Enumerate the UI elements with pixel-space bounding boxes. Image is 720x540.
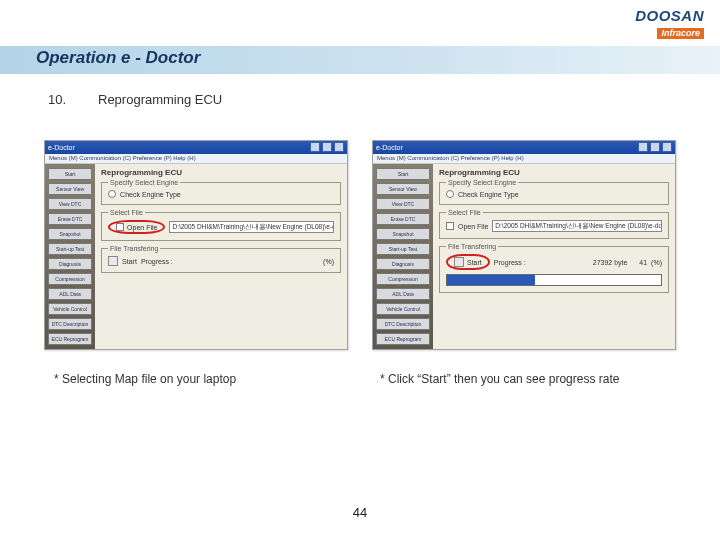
brand-subname: Infracore (657, 28, 704, 39)
sidebar-item[interactable]: DTC Description (48, 318, 92, 330)
file-path-field[interactable]: D:\2005 DHI&M\Training\신내용\New Engine (D… (169, 221, 334, 233)
file-transfer-legend: File Transfering (108, 245, 160, 252)
engine-select-legend: Specify Select Engine (108, 179, 180, 186)
sidebar-item[interactable]: Snapshot (376, 228, 430, 240)
open-file-icon[interactable] (446, 222, 454, 230)
select-file-group: Select File Open File D:\2005 DHI&M\Trai… (101, 209, 341, 241)
percent-unit: (%) (651, 259, 662, 266)
file-transfer-legend: File Transfering (446, 243, 498, 250)
brand-logo: DOOSAN Infracore (635, 8, 704, 39)
section-heading: Reprogramming ECU (98, 92, 222, 107)
sidebar: Start Sensor View View DTC Erase DTC Sna… (45, 164, 95, 349)
start-highlight: Start (446, 254, 490, 270)
panel-heading: Reprogramming ECU (439, 168, 669, 177)
caption-left: * Selecting Map file on your laptop (54, 372, 236, 386)
sidebar-item[interactable]: View DTC (48, 198, 92, 210)
media-player-icon (108, 256, 118, 266)
sidebar-item[interactable]: Start-up Test (376, 243, 430, 255)
progress-label: Progress : (141, 258, 173, 265)
engine-select-group: Specify Select Engine Check Engine Type (101, 179, 341, 205)
progress-bar (446, 274, 662, 286)
sidebar-item[interactable]: Diagnosis (48, 258, 92, 270)
screenshot-right: e-Doctor Menus (M) Communication (C) Pre… (372, 140, 676, 350)
window-titlebar: e-Doctor (373, 141, 675, 154)
engine-select-legend: Specify Select Engine (446, 179, 518, 186)
sidebar-item[interactable]: DTC Description (376, 318, 430, 330)
window-titlebar: e-Doctor (45, 141, 347, 154)
engine-type-radio[interactable] (446, 190, 454, 198)
sidebar-item[interactable]: Vehicle Control (376, 303, 430, 315)
open-file-label[interactable]: Open File (458, 223, 488, 230)
sidebar-item[interactable]: ECU Reprogram (376, 333, 430, 345)
sidebar-item[interactable]: ECU Reprogram (48, 333, 92, 345)
sidebar-item[interactable]: Vehicle Control (48, 303, 92, 315)
window-title-text: e-Doctor (48, 144, 75, 151)
slide-title: Operation e - Doctor (36, 48, 200, 68)
main-panel: Reprogramming ECU Specify Select Engine … (95, 164, 347, 349)
brand-name: DOOSAN (635, 8, 704, 23)
screenshot-row: e-Doctor Menus (M) Communication (C) Pre… (44, 140, 676, 350)
open-file-highlight: Open File (108, 220, 165, 234)
sidebar-item[interactable]: Compression (48, 273, 92, 285)
app-menubar[interactable]: Menus (M) Communication (C) Preference (… (373, 154, 675, 164)
sidebar-item[interactable]: Erase DTC (48, 213, 92, 225)
window-controls[interactable] (638, 142, 672, 152)
progress-fill (447, 275, 535, 285)
select-file-legend: Select File (108, 209, 145, 216)
sidebar-item[interactable]: Start (376, 168, 430, 180)
sidebar-item[interactable]: Erase DTC (376, 213, 430, 225)
panel-heading: Reprogramming ECU (101, 168, 341, 177)
percent-value: 41 (639, 259, 647, 266)
bytes-transferred: 27392 byte (593, 259, 628, 266)
caption-right: * Click “Start” then you can see progres… (380, 372, 619, 386)
section-number: 10. (48, 92, 66, 107)
start-button[interactable]: Start (122, 258, 137, 265)
file-path-field[interactable]: D:\2005 DHI&M\Training\신내용\New Engine (D… (492, 220, 662, 232)
start-button[interactable]: Start (467, 259, 482, 266)
progress-label: Progress : (494, 259, 526, 266)
engine-type-radio[interactable] (108, 190, 116, 198)
engine-type-label: Check Engine Type (458, 191, 519, 198)
engine-type-label: Check Engine Type (120, 191, 181, 198)
main-panel: Reprogramming ECU Specify Select Engine … (433, 164, 675, 349)
open-file-label[interactable]: Open File (127, 224, 157, 231)
sidebar-item[interactable]: Diagnosis (376, 258, 430, 270)
percent-unit: (%) (323, 258, 334, 265)
sidebar-item[interactable]: Start-up Test (48, 243, 92, 255)
screenshot-left: e-Doctor Menus (M) Communication (C) Pre… (44, 140, 348, 350)
sidebar-item[interactable]: Snapshot (48, 228, 92, 240)
page-number: 44 (0, 505, 720, 520)
file-transfer-group: File Transfering Start Progress : 27392 … (439, 243, 669, 293)
sidebar-item[interactable]: View DTC (376, 198, 430, 210)
sidebar-item[interactable]: ADL Data (48, 288, 92, 300)
app-menubar[interactable]: Menus (M) Communication (C) Preference (… (45, 154, 347, 164)
sidebar-item[interactable]: ADL Data (376, 288, 430, 300)
sidebar-item[interactable]: Start (48, 168, 92, 180)
window-title-text: e-Doctor (376, 144, 403, 151)
window-controls[interactable] (310, 142, 344, 152)
sidebar-item[interactable]: Compression (376, 273, 430, 285)
media-player-icon (454, 257, 464, 267)
sidebar-item[interactable]: Sensor View (48, 183, 92, 195)
select-file-group: Select File Open File D:\2005 DHI&M\Trai… (439, 209, 669, 239)
sidebar: Start Sensor View View DTC Erase DTC Sna… (373, 164, 433, 349)
open-file-icon[interactable] (116, 223, 124, 231)
file-transfer-group: File Transfering Start Progress : (%) (101, 245, 341, 273)
sidebar-item[interactable]: Sensor View (376, 183, 430, 195)
select-file-legend: Select File (446, 209, 483, 216)
engine-select-group: Specify Select Engine Check Engine Type (439, 179, 669, 205)
